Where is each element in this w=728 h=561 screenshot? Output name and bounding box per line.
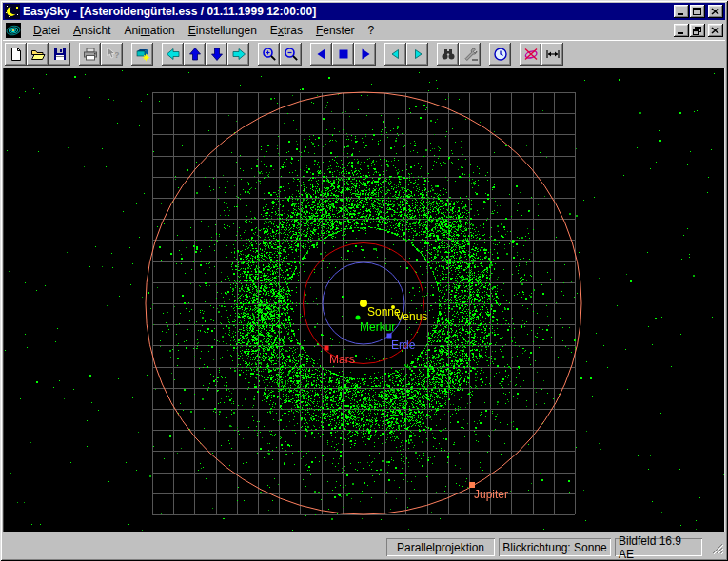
field-width-icon <box>545 47 561 62</box>
step-backward-icon <box>388 47 403 62</box>
window-title: EasySky - [Asteroidengürtel.ess / 01.11.… <box>23 5 674 18</box>
clock-icon <box>493 47 508 62</box>
zoom-out-icon <box>284 47 299 62</box>
galaxy-icon <box>6 23 21 38</box>
menu-item-animation[interactable]: Animation <box>117 22 181 39</box>
help-pointer-icon: ? <box>105 47 120 62</box>
step-backward-button[interactable] <box>384 43 406 66</box>
mdi-close-button[interactable] <box>708 24 723 37</box>
close-button[interactable] <box>708 5 723 18</box>
arrow-down-icon <box>209 47 225 62</box>
binoculars-icon <box>441 47 456 62</box>
play-backward-icon <box>314 47 329 62</box>
pan-up-button[interactable] <box>184 43 206 66</box>
status-view-direction: Blickrichtung: Sonne <box>499 538 611 556</box>
menu-item-extras[interactable]: Extras <box>264 22 309 39</box>
minimize-icon <box>677 27 686 35</box>
menu-item-ansicht[interactable]: Ansicht <box>67 22 117 39</box>
menu-bar: Datei Ansicht Animation Einstellungen Ex… <box>3 21 725 40</box>
zoom-out-button[interactable] <box>280 43 302 66</box>
sky-canvas[interactable] <box>4 68 724 532</box>
context-help-button[interactable]: ? <box>101 43 123 66</box>
svg-text:?: ? <box>114 50 120 60</box>
save-floppy-icon <box>52 47 68 62</box>
wrench-icon <box>462 47 478 62</box>
minimize-button[interactable] <box>674 5 689 18</box>
pan-down-button[interactable] <box>206 43 227 66</box>
planet-label-jupiter: Jupiter <box>474 489 508 500</box>
resize-grip[interactable] <box>710 541 723 554</box>
field-width-button[interactable] <box>541 43 563 66</box>
play-forward-button[interactable] <box>354 43 376 66</box>
close-icon <box>711 27 720 35</box>
app-window: EasySky - [Asteroidengürtel.ess / 01.11.… <box>0 0 728 561</box>
pan-left-button[interactable] <box>162 43 184 66</box>
mdi-restore-button[interactable] <box>690 24 705 37</box>
menu-item-help[interactable]: ? <box>362 22 382 39</box>
moon-stars-icon <box>5 4 20 19</box>
menu-item-einstellungen[interactable]: Einstellungen <box>182 22 264 39</box>
printer-icon <box>83 47 98 62</box>
new-file-icon <box>9 47 24 62</box>
menu-item-datei[interactable]: Datei <box>27 22 67 39</box>
zoom-in-icon <box>262 47 277 62</box>
minimize-icon <box>677 8 686 16</box>
close-icon <box>711 8 720 16</box>
render-view-button[interactable] <box>131 43 153 66</box>
zoom-in-button[interactable] <box>258 43 280 66</box>
stop-icon <box>336 47 351 62</box>
mdi-minimize-button[interactable] <box>674 24 689 37</box>
arrow-up-icon <box>187 47 203 62</box>
print-button[interactable] <box>79 43 101 66</box>
status-field-of-view: Bildfeld 16.9 AE <box>615 538 702 556</box>
save-file-button[interactable] <box>49 43 70 66</box>
step-forward-button[interactable] <box>406 43 428 66</box>
menu-item-fenster[interactable]: Fenster <box>309 22 362 39</box>
maximize-button[interactable] <box>690 5 705 18</box>
open-file-button[interactable] <box>27 43 49 66</box>
open-folder-icon <box>30 47 46 62</box>
crossed-orbit-icon <box>523 47 539 62</box>
planet-label-venus: Venus <box>396 311 427 322</box>
status-bar: Parallelprojektion Blickrichtung: Sonne … <box>3 532 725 558</box>
pan-right-button[interactable] <box>227 43 249 66</box>
toggle-orbits-button[interactable] <box>520 43 541 66</box>
step-forward-icon <box>410 47 425 62</box>
find-button[interactable] <box>437 43 459 66</box>
stop-button[interactable] <box>332 43 354 66</box>
set-time-button[interactable] <box>489 43 511 66</box>
status-projection: Parallelprojektion <box>386 538 495 556</box>
planet-label-erde: Erde <box>391 339 415 351</box>
planet-label-mars: Mars <box>329 354 355 365</box>
new-file-button[interactable] <box>5 43 27 66</box>
sky-view: Sonne Merkur Venus Erde Mars Jupiter <box>3 68 725 532</box>
render-view-icon <box>135 47 150 62</box>
play-forward-icon <box>358 47 373 62</box>
arrow-left-icon <box>166 47 181 62</box>
restore-icon <box>693 27 702 35</box>
maximize-icon <box>693 8 702 16</box>
options-button[interactable] <box>459 43 481 66</box>
title-bar: EasySky - [Asteroidengürtel.ess / 01.11.… <box>3 3 725 20</box>
planet-label-merkur: Merkur <box>360 321 395 333</box>
play-backward-button[interactable] <box>310 43 332 66</box>
arrow-right-icon <box>231 47 246 62</box>
toolbar: ? <box>3 40 725 68</box>
